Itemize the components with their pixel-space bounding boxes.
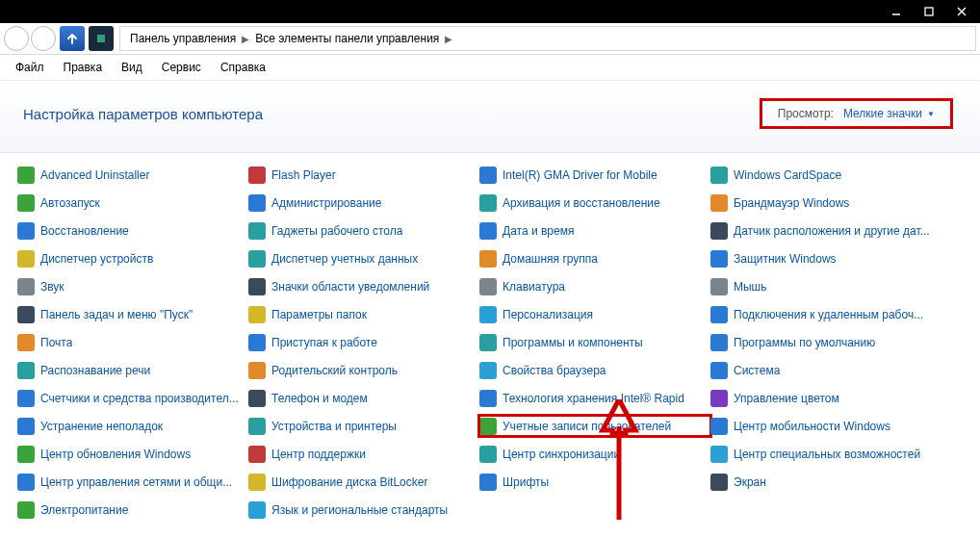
- control-panel-item[interactable]: Центр специальных возможностей: [710, 444, 941, 464]
- menu-edit[interactable]: Правка: [54, 58, 113, 77]
- control-panel-item[interactable]: Брандмауэр Windows: [710, 192, 941, 213]
- item-label: Датчик расположения и другие дат...: [734, 224, 930, 238]
- control-panel-item[interactable]: Устройства и принтеры: [248, 416, 479, 436]
- control-panel-item[interactable]: Программы и компоненты: [479, 332, 710, 352]
- control-panel-item[interactable]: Центр синхронизации: [479, 444, 710, 464]
- control-panel-item[interactable]: Панель задач и меню "Пуск": [17, 304, 248, 324]
- control-panel-item[interactable]: Шифрование диска BitLocker: [248, 472, 479, 492]
- control-panel-item[interactable]: Шрифты: [479, 472, 710, 492]
- menu-file[interactable]: Файл: [6, 58, 54, 77]
- control-panel-item[interactable]: Значки области уведомлений: [248, 276, 479, 296]
- item-icon: [248, 390, 266, 407]
- nav-forward-button[interactable]: [31, 26, 56, 51]
- control-panel-item[interactable]: Свойства браузера: [479, 360, 710, 380]
- control-panel-item[interactable]: Windows CardSpace: [710, 165, 941, 185]
- control-panel-item[interactable]: Параметры папок: [248, 304, 479, 324]
- item-label: Домашняя группа: [503, 252, 598, 266]
- control-panel-item[interactable]: Персонализация: [479, 304, 710, 324]
- item-icon: [479, 250, 497, 268]
- breadcrumb-item[interactable]: Панель управления: [126, 32, 240, 45]
- control-panel-item[interactable]: Устранение неполадок: [17, 416, 248, 436]
- control-panel-item[interactable]: Датчик расположения и другие дат...: [710, 220, 941, 241]
- control-panel-item[interactable]: Экран: [710, 472, 941, 492]
- view-dropdown[interactable]: Мелкие значки ▼: [843, 107, 935, 120]
- minimize-button[interactable]: [882, 2, 911, 21]
- item-label: Защитник Windows: [734, 252, 837, 266]
- item-icon: [17, 474, 35, 491]
- control-panel-item[interactable]: Телефон и модем: [248, 388, 479, 408]
- item-icon: [710, 167, 728, 184]
- control-panel-item[interactable]: Электропитание: [17, 500, 248, 520]
- control-panel-item[interactable]: Архивация и восстановление: [479, 192, 710, 213]
- control-panel-item[interactable]: Центр обновления Windows: [17, 444, 248, 464]
- control-panel-item[interactable]: Администрирование: [248, 192, 479, 213]
- item-label: Экран: [734, 475, 766, 489]
- menu-tools[interactable]: Сервис: [152, 58, 211, 77]
- item-icon: [248, 250, 266, 268]
- item-icon: [479, 362, 497, 379]
- control-panel-item[interactable]: Дата и время: [479, 220, 710, 241]
- control-panel-item[interactable]: Центр мобильности Windows: [710, 416, 941, 436]
- control-panel-item[interactable]: Программы по умолчанию: [710, 332, 941, 352]
- control-panel-item[interactable]: Распознавание речи: [17, 360, 248, 380]
- close-button[interactable]: [947, 2, 976, 21]
- view-value-text: Мелкие значки: [843, 107, 922, 120]
- item-icon: [17, 194, 35, 212]
- control-panel-item[interactable]: Система: [710, 360, 941, 380]
- item-icon: [248, 194, 266, 212]
- item-label: Учетные записи пользователей: [503, 420, 671, 433]
- breadcrumb-bar[interactable]: Панель управления ▶ Все элементы панели …: [119, 26, 976, 51]
- control-panel-item[interactable]: Intel(R) GMA Driver for Mobile: [479, 165, 710, 185]
- item-icon: [17, 278, 35, 295]
- item-label: Advanced Uninstaller: [40, 168, 149, 182]
- control-panel-item[interactable]: Технология хранения Intel® Rapid: [479, 388, 710, 408]
- item-label: Центр обновления Windows: [40, 448, 191, 461]
- page-title: Настройка параметров компьютера: [23, 106, 263, 122]
- control-panel-item[interactable]: Учетные записи пользователей: [479, 416, 710, 436]
- control-panel-item[interactable]: Управление цветом: [710, 388, 941, 408]
- control-panel-item[interactable]: Диспетчер устройств: [17, 248, 248, 269]
- control-panel-item[interactable]: Диспетчер учетных данных: [248, 248, 479, 269]
- item-label: Центр управления сетями и общи...: [40, 475, 232, 489]
- menu-help[interactable]: Справка: [211, 58, 275, 77]
- control-panel-item[interactable]: Защитник Windows: [710, 248, 941, 269]
- item-label: Intel(R) GMA Driver for Mobile: [503, 168, 658, 182]
- control-panel-item[interactable]: Приступая к работе: [248, 332, 479, 352]
- item-icon: [17, 362, 35, 379]
- control-panel-item[interactable]: Восстановление: [17, 220, 248, 241]
- item-icon: [479, 334, 497, 351]
- item-label: Устройства и принтеры: [271, 420, 397, 433]
- view-label: Просмотр:: [778, 107, 834, 120]
- control-panel-item[interactable]: Flash Player: [248, 165, 479, 185]
- menu-view[interactable]: Вид: [112, 58, 152, 77]
- control-panel-item[interactable]: Гаджеты рабочего стола: [248, 220, 479, 241]
- control-panel-item[interactable]: Домашняя группа: [479, 248, 710, 269]
- control-panel-item[interactable]: Счетчики и средства производител...: [17, 388, 248, 408]
- control-panel-item[interactable]: Автозапуск: [17, 192, 248, 213]
- control-panel-item[interactable]: Звук: [17, 276, 248, 296]
- control-panel-item[interactable]: Подключения к удаленным рабоч...: [710, 304, 941, 324]
- item-icon: [479, 418, 497, 435]
- item-label: Шифрование диска BitLocker: [271, 475, 427, 489]
- control-panel-item[interactable]: Клавиатура: [479, 276, 710, 296]
- nav-back-button[interactable]: [4, 26, 29, 51]
- item-label: Параметры папок: [271, 308, 367, 321]
- item-icon: [710, 334, 728, 351]
- control-panel-item[interactable]: Мышь: [710, 276, 941, 296]
- control-panel-item[interactable]: Центр управления сетями и общи...: [17, 472, 248, 492]
- app-icon: [60, 26, 85, 51]
- maximize-button[interactable]: [915, 2, 943, 21]
- item-label: Персонализация: [503, 308, 593, 321]
- item-icon: [248, 334, 266, 351]
- control-panel-item[interactable]: Почта: [17, 332, 248, 352]
- item-icon: [710, 278, 728, 295]
- control-panel-item[interactable]: Advanced Uninstaller: [17, 165, 248, 185]
- item-label: Архивация и восстановление: [503, 196, 660, 210]
- item-icon: [479, 446, 497, 463]
- control-panel-item[interactable]: Родительский контроль: [248, 360, 479, 380]
- item-icon: [248, 222, 266, 240]
- control-panel-item[interactable]: Язык и региональные стандарты: [248, 500, 479, 520]
- breadcrumb-item[interactable]: Все элементы панели управления: [251, 32, 443, 45]
- control-panel-item[interactable]: Центр поддержки: [248, 444, 479, 464]
- item-label: Центр поддержки: [271, 448, 366, 461]
